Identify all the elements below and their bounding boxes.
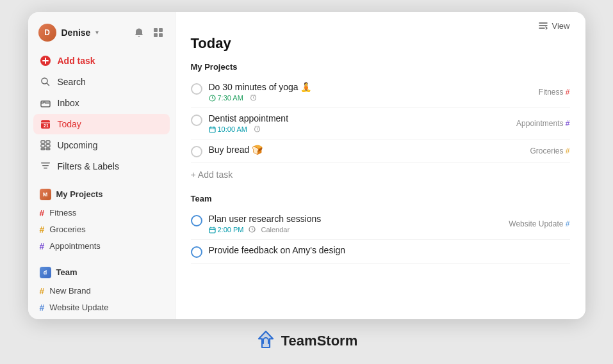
hash-icon: # bbox=[40, 225, 45, 235]
task-left: Provide feedback on Amy's design bbox=[191, 245, 565, 258]
sidebar-item-label: Today bbox=[58, 119, 81, 129]
hash-icon: # bbox=[40, 303, 45, 313]
calendar-today-icon: 21 bbox=[40, 118, 51, 130]
page-title: Today bbox=[191, 35, 570, 52]
svg-rect-1 bbox=[159, 28, 163, 32]
view-button[interactable]: View bbox=[538, 21, 570, 31]
task-tag: Groceries # bbox=[530, 146, 569, 155]
svg-rect-0 bbox=[154, 28, 158, 32]
task-title: Provide feedback on Amy's design bbox=[209, 245, 565, 255]
my-projects-task-list: Do 30 minutes of yoga 🧘 7:30 AM bbox=[191, 77, 570, 163]
sidebar-item-today[interactable]: 21 Today bbox=[33, 114, 170, 134]
grid-icon bbox=[40, 139, 51, 151]
svg-rect-15 bbox=[41, 162, 50, 164]
sidebar-item-label: Upcoming bbox=[58, 140, 98, 150]
alarm-icon bbox=[254, 125, 261, 134]
svg-rect-11 bbox=[41, 145, 45, 147]
task-info: Do 30 minutes of yoga 🧘 7:30 AM bbox=[209, 82, 534, 102]
project-label: Groceries bbox=[49, 225, 85, 234]
sidebar-item-label: Inbox bbox=[58, 98, 79, 108]
svg-rect-22 bbox=[209, 228, 215, 233]
time-badge: 7:30 AM bbox=[209, 94, 243, 102]
team-section: d Team # New Brand # Website Update bbox=[28, 264, 175, 316]
header-icons bbox=[133, 26, 165, 39]
team-task-list: Plan user research sessions 2:00 PM bbox=[191, 209, 570, 264]
my-projects-section: M My Projects # Fitness # Groceries # Ap… bbox=[28, 186, 175, 255]
time-badge: 10:00 AM bbox=[209, 125, 247, 133]
project-label: New Brand bbox=[49, 286, 90, 296]
task-checkbox[interactable] bbox=[191, 146, 202, 157]
sidebar-item-groceries[interactable]: # Groceries bbox=[33, 221, 170, 238]
task-left: Buy bread 🍞 bbox=[191, 145, 525, 157]
svg-rect-20 bbox=[209, 127, 215, 132]
team-header[interactable]: d Team bbox=[33, 264, 170, 281]
sidebar-item-filters[interactable]: Filters & Labels bbox=[33, 156, 170, 177]
plus-icon bbox=[40, 55, 51, 67]
user-name: Denise bbox=[61, 28, 91, 38]
task-info: Plan user research sessions 2:00 PM bbox=[209, 214, 504, 234]
task-row: Dentist appointment 10:00 AM bbox=[191, 108, 570, 139]
task-title: Do 30 minutes of yoga 🧘 bbox=[209, 82, 534, 92]
task-checkbox[interactable] bbox=[191, 246, 202, 258]
task-left: Plan user research sessions 2:00 PM bbox=[191, 214, 504, 234]
sidebar-header: D Denise ▾ bbox=[28, 24, 175, 51]
svg-rect-3 bbox=[159, 33, 163, 37]
hash-icon: # bbox=[40, 208, 45, 218]
svg-rect-12 bbox=[46, 145, 50, 147]
main-content: View Today My Projects Do 30 minutes of … bbox=[176, 12, 585, 319]
notification-button[interactable] bbox=[133, 26, 145, 39]
sidebar-item-search[interactable]: Search bbox=[33, 72, 170, 92]
sidebar-item-appointments[interactable]: # Appointments bbox=[33, 238, 170, 255]
inbox-icon bbox=[40, 97, 51, 109]
sidebar-item-upcoming[interactable]: Upcoming bbox=[33, 135, 170, 155]
user-menu[interactable]: D Denise ▾ bbox=[38, 24, 99, 42]
branding: TeamStorm bbox=[256, 329, 357, 352]
task-time: 7:30 AM bbox=[218, 94, 243, 102]
view-icon bbox=[538, 21, 548, 31]
task-info: Provide feedback on Amy's design bbox=[209, 245, 565, 257]
sidebar-item-fitness[interactable]: # Fitness bbox=[33, 205, 170, 221]
sidebar: D Denise ▾ Add task bbox=[28, 12, 176, 319]
tag-color-dot: # bbox=[566, 88, 570, 97]
sidebar-item-label: Search bbox=[58, 77, 86, 87]
my-projects-section-label: My Projects bbox=[191, 62, 570, 72]
alarm-icon bbox=[250, 94, 257, 102]
team-section-label: Team bbox=[191, 194, 570, 203]
task-row: Plan user research sessions 2:00 PM bbox=[191, 209, 570, 240]
svg-rect-6 bbox=[41, 101, 50, 107]
filter-icon bbox=[40, 161, 51, 172]
task-checkbox[interactable] bbox=[191, 215, 202, 226]
task-row: Provide feedback on Amy's design bbox=[191, 240, 570, 264]
sidebar-item-new-brand[interactable]: # New Brand bbox=[33, 283, 170, 299]
layout-button[interactable] bbox=[152, 26, 165, 39]
sidebar-item-add-task[interactable]: Add task bbox=[33, 51, 170, 71]
sidebar-item-inbox[interactable]: Inbox bbox=[33, 93, 170, 113]
task-checkbox[interactable] bbox=[191, 115, 202, 126]
svg-rect-10 bbox=[46, 141, 50, 143]
team-title: Team bbox=[56, 267, 78, 277]
hash-icon: # bbox=[40, 286, 45, 296]
task-row: Do 30 minutes of yoga 🧘 7:30 AM bbox=[191, 77, 570, 108]
my-projects-header[interactable]: M My Projects bbox=[33, 186, 170, 203]
task-meta: 7:30 AM bbox=[209, 94, 534, 102]
task-title: Dentist appointment bbox=[209, 113, 512, 123]
sidebar-item-label: Filters & Labels bbox=[58, 161, 119, 171]
sidebar-item-website-update[interactable]: # Website Update bbox=[33, 299, 170, 316]
search-icon bbox=[40, 76, 51, 88]
chevron-down-icon: ▾ bbox=[95, 29, 99, 36]
sidebar-nav: Add task Search Inbox 21 To bbox=[28, 51, 175, 177]
svg-rect-16 bbox=[42, 165, 49, 166]
main-body: Today My Projects Do 30 minutes of yoga … bbox=[176, 35, 585, 319]
tag-color-dot: # bbox=[566, 219, 570, 228]
add-task-row[interactable]: + Add task bbox=[191, 163, 570, 182]
team-section-main: Team Plan user research sessions bbox=[191, 194, 570, 264]
task-meta: 2:00 PM Calendar bbox=[209, 226, 504, 234]
brand-logo: TeamStorm bbox=[256, 329, 357, 352]
task-checkbox[interactable] bbox=[191, 83, 202, 95]
sidebar-item-label: Add task bbox=[58, 56, 95, 66]
project-label: Appointments bbox=[49, 241, 101, 251]
task-time: 10:00 AM bbox=[218, 125, 247, 133]
time-badge: 2:00 PM bbox=[209, 226, 244, 233]
hash-icon: # bbox=[40, 241, 45, 251]
task-title: Plan user research sessions bbox=[209, 214, 504, 224]
